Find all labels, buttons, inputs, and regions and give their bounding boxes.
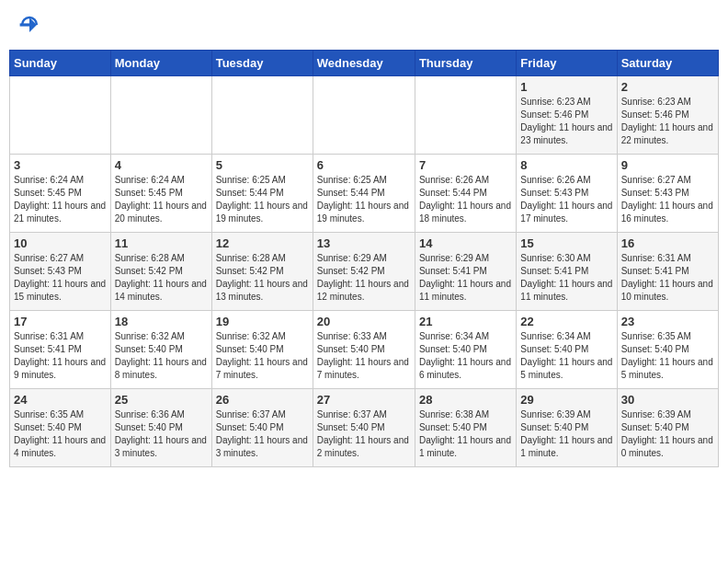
day-number: 6 xyxy=(317,158,411,172)
calendar-day-30: 30Sunrise: 6:39 AM Sunset: 5:40 PM Dayli… xyxy=(617,389,718,467)
calendar-day-19: 19Sunrise: 6:32 AM Sunset: 5:40 PM Dayli… xyxy=(211,311,313,389)
calendar-day-20: 20Sunrise: 6:33 AM Sunset: 5:40 PM Dayli… xyxy=(313,311,415,389)
calendar-day-4: 4Sunrise: 6:24 AM Sunset: 5:45 PM Daylig… xyxy=(110,155,211,233)
calendar-header-wednesday: Wednesday xyxy=(313,51,415,76)
calendar-day-3: 3Sunrise: 6:24 AM Sunset: 5:45 PM Daylig… xyxy=(10,155,111,233)
day-info: Sunrise: 6:35 AM Sunset: 5:40 PM Dayligh… xyxy=(14,408,107,460)
day-info: Sunrise: 6:24 AM Sunset: 5:45 PM Dayligh… xyxy=(14,174,107,225)
day-number: 15 xyxy=(520,236,612,250)
day-number: 1 xyxy=(520,80,612,94)
calendar-day-17: 17Sunrise: 6:31 AM Sunset: 5:41 PM Dayli… xyxy=(10,311,111,389)
calendar-header-row: SundayMondayTuesdayWednesdayThursdayFrid… xyxy=(10,51,719,76)
day-number: 28 xyxy=(419,393,512,407)
calendar-day-5: 5Sunrise: 6:25 AM Sunset: 5:44 PM Daylig… xyxy=(211,155,313,233)
day-info: Sunrise: 6:26 AM Sunset: 5:44 PM Dayligh… xyxy=(419,174,512,225)
calendar-week-row: 3Sunrise: 6:24 AM Sunset: 5:45 PM Daylig… xyxy=(10,155,719,233)
day-number: 22 xyxy=(520,315,612,328)
calendar-day-22: 22Sunrise: 6:34 AM Sunset: 5:40 PM Dayli… xyxy=(517,311,617,389)
day-number: 7 xyxy=(419,158,512,172)
day-number: 3 xyxy=(14,158,107,172)
day-number: 20 xyxy=(317,315,411,328)
calendar-day-6: 6Sunrise: 6:25 AM Sunset: 5:44 PM Daylig… xyxy=(313,155,415,233)
calendar-day-2: 2Sunrise: 6:23 AM Sunset: 5:46 PM Daylig… xyxy=(617,76,718,155)
day-info: Sunrise: 6:37 AM Sunset: 5:40 PM Dayligh… xyxy=(317,408,411,460)
calendar-day-21: 21Sunrise: 6:34 AM Sunset: 5:40 PM Dayli… xyxy=(415,311,516,389)
day-info: Sunrise: 6:39 AM Sunset: 5:40 PM Dayligh… xyxy=(621,408,714,460)
day-number: 29 xyxy=(520,393,612,407)
calendar-day-29: 29Sunrise: 6:39 AM Sunset: 5:40 PM Dayli… xyxy=(517,389,617,467)
calendar-week-row: 1Sunrise: 6:23 AM Sunset: 5:46 PM Daylig… xyxy=(10,76,719,155)
calendar-day-26: 26Sunrise: 6:37 AM Sunset: 5:40 PM Dayli… xyxy=(211,389,313,467)
day-info: Sunrise: 6:23 AM Sunset: 5:46 PM Dayligh… xyxy=(621,96,714,147)
day-info: Sunrise: 6:29 AM Sunset: 5:42 PM Dayligh… xyxy=(317,252,411,304)
day-info: Sunrise: 6:29 AM Sunset: 5:41 PM Dayligh… xyxy=(419,252,512,304)
day-info: Sunrise: 6:28 AM Sunset: 5:42 PM Dayligh… xyxy=(216,252,309,304)
day-info: Sunrise: 6:30 AM Sunset: 5:41 PM Dayligh… xyxy=(520,252,612,304)
day-number: 13 xyxy=(317,236,411,250)
day-number: 12 xyxy=(216,236,309,250)
calendar-header-sunday: Sunday xyxy=(10,51,111,76)
calendar-day-24: 24Sunrise: 6:35 AM Sunset: 5:40 PM Dayli… xyxy=(10,389,111,467)
calendar-header-friday: Friday xyxy=(517,51,617,76)
svg-rect-0 xyxy=(20,23,32,26)
calendar-empty-cell xyxy=(313,76,415,155)
calendar-day-13: 13Sunrise: 6:29 AM Sunset: 5:42 PM Dayli… xyxy=(313,233,415,311)
calendar-day-23: 23Sunrise: 6:35 AM Sunset: 5:40 PM Dayli… xyxy=(617,311,718,389)
day-info: Sunrise: 6:26 AM Sunset: 5:43 PM Dayligh… xyxy=(520,174,612,225)
day-info: Sunrise: 6:37 AM Sunset: 5:40 PM Dayligh… xyxy=(216,408,309,460)
calendar-day-14: 14Sunrise: 6:29 AM Sunset: 5:41 PM Dayli… xyxy=(415,233,516,311)
calendar-day-16: 16Sunrise: 6:31 AM Sunset: 5:41 PM Dayli… xyxy=(617,233,718,311)
calendar-day-25: 25Sunrise: 6:36 AM Sunset: 5:40 PM Dayli… xyxy=(110,389,211,467)
logo-icon xyxy=(18,14,40,36)
day-number: 24 xyxy=(14,393,107,407)
day-info: Sunrise: 6:27 AM Sunset: 5:43 PM Dayligh… xyxy=(621,174,714,225)
calendar-week-row: 24Sunrise: 6:35 AM Sunset: 5:40 PM Dayli… xyxy=(10,389,719,467)
calendar: SundayMondayTuesdayWednesdayThursdayFrid… xyxy=(9,50,719,467)
day-info: Sunrise: 6:34 AM Sunset: 5:40 PM Dayligh… xyxy=(419,330,512,382)
calendar-day-8: 8Sunrise: 6:26 AM Sunset: 5:43 PM Daylig… xyxy=(517,155,617,233)
day-number: 18 xyxy=(115,315,208,328)
day-number: 25 xyxy=(115,393,208,407)
day-number: 10 xyxy=(14,236,107,250)
day-info: Sunrise: 6:27 AM Sunset: 5:43 PM Dayligh… xyxy=(14,252,107,304)
day-info: Sunrise: 6:36 AM Sunset: 5:40 PM Dayligh… xyxy=(115,408,208,460)
calendar-header-tuesday: Tuesday xyxy=(211,51,313,76)
day-number: 4 xyxy=(115,158,208,172)
day-number: 5 xyxy=(216,158,309,172)
day-info: Sunrise: 6:25 AM Sunset: 5:44 PM Dayligh… xyxy=(216,174,309,225)
calendar-header-thursday: Thursday xyxy=(415,51,516,76)
calendar-empty-cell xyxy=(415,76,516,155)
calendar-empty-cell xyxy=(211,76,313,155)
calendar-week-row: 17Sunrise: 6:31 AM Sunset: 5:41 PM Dayli… xyxy=(10,311,719,389)
day-info: Sunrise: 6:34 AM Sunset: 5:40 PM Dayligh… xyxy=(520,330,612,382)
day-info: Sunrise: 6:28 AM Sunset: 5:42 PM Dayligh… xyxy=(115,252,208,304)
day-info: Sunrise: 6:38 AM Sunset: 5:40 PM Dayligh… xyxy=(419,408,512,460)
calendar-day-1: 1Sunrise: 6:23 AM Sunset: 5:46 PM Daylig… xyxy=(517,76,617,155)
day-number: 16 xyxy=(621,236,714,250)
calendar-day-10: 10Sunrise: 6:27 AM Sunset: 5:43 PM Dayli… xyxy=(10,233,111,311)
page: SundayMondayTuesdayWednesdayThursdayFrid… xyxy=(0,0,728,477)
day-number: 30 xyxy=(621,393,714,407)
calendar-empty-cell xyxy=(110,76,211,155)
day-number: 23 xyxy=(621,315,714,328)
calendar-empty-cell xyxy=(10,76,111,155)
calendar-week-row: 10Sunrise: 6:27 AM Sunset: 5:43 PM Dayli… xyxy=(10,233,719,311)
day-number: 8 xyxy=(520,158,612,172)
calendar-day-28: 28Sunrise: 6:38 AM Sunset: 5:40 PM Dayli… xyxy=(415,389,516,467)
calendar-day-7: 7Sunrise: 6:26 AM Sunset: 5:44 PM Daylig… xyxy=(415,155,516,233)
day-info: Sunrise: 6:31 AM Sunset: 5:41 PM Dayligh… xyxy=(14,330,107,382)
day-info: Sunrise: 6:31 AM Sunset: 5:41 PM Dayligh… xyxy=(621,252,714,304)
calendar-day-9: 9Sunrise: 6:27 AM Sunset: 5:43 PM Daylig… xyxy=(617,155,718,233)
day-number: 17 xyxy=(14,315,107,328)
logo xyxy=(18,14,44,36)
header xyxy=(9,9,719,40)
day-info: Sunrise: 6:35 AM Sunset: 5:40 PM Dayligh… xyxy=(621,330,714,382)
day-info: Sunrise: 6:39 AM Sunset: 5:40 PM Dayligh… xyxy=(520,408,612,460)
calendar-header-saturday: Saturday xyxy=(617,51,718,76)
day-info: Sunrise: 6:32 AM Sunset: 5:40 PM Dayligh… xyxy=(216,330,309,382)
day-number: 21 xyxy=(419,315,512,328)
day-number: 14 xyxy=(419,236,512,250)
calendar-day-11: 11Sunrise: 6:28 AM Sunset: 5:42 PM Dayli… xyxy=(110,233,211,311)
day-info: Sunrise: 6:32 AM Sunset: 5:40 PM Dayligh… xyxy=(115,330,208,382)
day-number: 2 xyxy=(621,80,714,94)
